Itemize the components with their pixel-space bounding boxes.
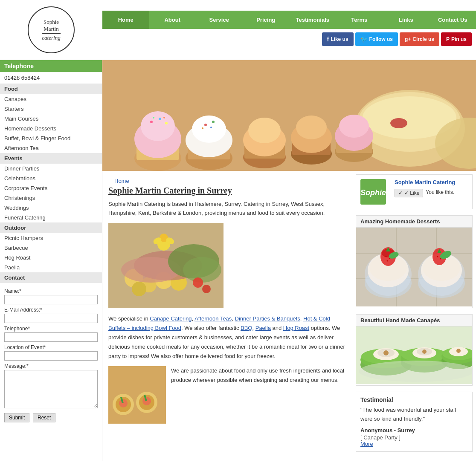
- canape-link[interactable]: Canape Catering: [150, 315, 192, 322]
- svg-point-40: [132, 282, 146, 296]
- svg-point-14: [163, 117, 165, 118]
- hog-roast-link[interactable]: Hog Roast: [283, 325, 309, 331]
- logo[interactable]: Sophie Martin catering: [28, 6, 75, 53]
- svg-point-45: [193, 277, 203, 288]
- svg-rect-51: [108, 366, 166, 424]
- svg-point-34: [202, 127, 203, 129]
- nav-link-testimonials[interactable]: Testimonials: [289, 11, 336, 29]
- nav-item-contact[interactable]: Contact Us: [430, 11, 476, 29]
- food-section-title: Food: [0, 84, 102, 94]
- googleplus-icon: g+: [405, 36, 411, 42]
- sidebar-item-dinner-parties[interactable]: Dinner Parties: [0, 164, 102, 173]
- afternoon-tea-link[interactable]: Afternoon Teas: [194, 315, 232, 322]
- testimonial-author: Anonymous - Surrey: [360, 427, 468, 433]
- phone-number: 01428 658424: [0, 72, 102, 84]
- sidebar-item-afternoon-tea[interactable]: Afternoon Tea: [0, 143, 102, 153]
- form-buttons: Submit Reset: [4, 413, 98, 422]
- main-nav: Home About Service Pricing Testimonials …: [102, 11, 476, 29]
- nav-item-pricing[interactable]: Pricing: [243, 11, 290, 29]
- message-textarea[interactable]: [4, 370, 98, 408]
- food-image-2: [108, 366, 166, 424]
- sidebar-item-picnic-hampers[interactable]: Picnic Hampers: [0, 233, 102, 243]
- testimonial-widget: Testimonial "The food was wonderful and …: [356, 392, 473, 452]
- submit-button[interactable]: Submit: [4, 413, 29, 422]
- svg-point-106: [359, 361, 472, 382]
- sidebar-item-barbecue[interactable]: Barbecue: [0, 243, 102, 253]
- svg-point-94: [383, 350, 389, 355]
- name-input[interactable]: [4, 295, 98, 304]
- telephone-input[interactable]: [4, 332, 98, 342]
- nav-item-links[interactable]: Links: [383, 11, 430, 29]
- right-sidebar: Sophie Sophie Martin Catering ✓ ✓ Like Y…: [352, 171, 476, 461]
- nav-link-pricing[interactable]: Pricing: [243, 11, 290, 29]
- paella-link[interactable]: Paella: [255, 325, 271, 331]
- content-area: Home Sophie Martin Catering in Surrey So…: [102, 60, 476, 461]
- location-input[interactable]: [4, 351, 98, 361]
- outdoor-section-title: Outdoor: [0, 222, 102, 233]
- sidebar-item-main-courses[interactable]: Main Courses: [0, 114, 102, 124]
- more-link[interactable]: More: [360, 441, 373, 447]
- fb-page-name[interactable]: Sophie Martin Catering: [395, 179, 455, 185]
- sidebar-item-corporate-events[interactable]: Corporate Events: [0, 183, 102, 193]
- reset-button[interactable]: Reset: [33, 413, 55, 422]
- logo-line3: catering: [42, 33, 60, 41]
- svg-point-30: [339, 115, 369, 138]
- breadcrumb-link[interactable]: Home: [114, 178, 129, 184]
- googleplus-button[interactable]: g+ Circle us: [400, 32, 439, 46]
- sidebar-item-canapes[interactable]: Canapes: [0, 94, 102, 104]
- nav-item-service[interactable]: Service: [196, 11, 243, 29]
- sidebar-item-weddings[interactable]: Weddings: [0, 203, 102, 213]
- nav-link-about[interactable]: About: [149, 11, 196, 29]
- facebook-button[interactable]: f Like us: [322, 32, 354, 46]
- svg-point-22: [248, 118, 281, 143]
- svg-text:Sophie: Sophie: [360, 188, 386, 197]
- facebook-label: Like us: [331, 36, 348, 42]
- you-like-text: You like this.: [426, 189, 454, 195]
- svg-point-31: [204, 124, 207, 126]
- svg-point-57: [142, 397, 151, 405]
- contact-section-title: Contact: [0, 272, 102, 283]
- fb-widget-text: Sophie Martin Catering ✓ ✓ Like You like…: [395, 179, 455, 197]
- googleplus-label: Circle us: [412, 36, 434, 42]
- nav-item-testimonials[interactable]: Testimonials: [289, 11, 336, 29]
- like-button[interactable]: ✓ ✓ Like: [395, 189, 423, 197]
- svg-point-13: [153, 117, 154, 118]
- logo-area: Sophie Martin catering: [0, 2, 102, 58]
- svg-point-75: [386, 256, 387, 257]
- sidebar-item-starters[interactable]: Starters: [0, 104, 102, 114]
- sidebar-item-homemade-desserts[interactable]: Homemade Desserts: [0, 124, 102, 133]
- svg-point-12: [165, 122, 168, 124]
- sidebar: Telephone 01428 658424 Food Canapes Star…: [0, 60, 102, 461]
- sidebar-item-celebrations[interactable]: Celebrations: [0, 173, 102, 183]
- facebook-widget: Sophie Sophie Martin Catering ✓ ✓ Like Y…: [356, 174, 473, 209]
- sidebar-item-buffet[interactable]: Buffet, Bowl & Finger Food: [0, 133, 102, 143]
- sidebar-item-paella[interactable]: Paella: [0, 263, 102, 272]
- pinterest-button[interactable]: P Pin us: [441, 32, 472, 46]
- svg-point-32: [212, 121, 215, 123]
- email-input[interactable]: [4, 314, 98, 323]
- bbq-link[interactable]: BBQ: [241, 325, 252, 331]
- sidebar-item-christenings[interactable]: Christenings: [0, 193, 102, 203]
- testimonial-title: Testimonial: [360, 396, 468, 403]
- checkmark-icon: ✓: [398, 190, 403, 196]
- nav-item-terms[interactable]: Terms: [336, 11, 383, 29]
- sidebar-item-funeral-catering[interactable]: Funeral Catering: [0, 213, 102, 222]
- nav-link-contact[interactable]: Contact Us: [430, 11, 476, 29]
- nav-link-home[interactable]: Home: [102, 11, 149, 29]
- svg-point-10: [150, 121, 153, 123]
- like-label: ✓ Like: [404, 190, 419, 196]
- nav-link-terms[interactable]: Terms: [336, 11, 383, 29]
- nav-link-service[interactable]: Service: [196, 11, 243, 29]
- twitter-button[interactable]: 🐦 Follow us: [355, 32, 398, 46]
- canapes-widget: Beautiful Hand Made Canapés: [356, 314, 473, 386]
- dinner-parties-link[interactable]: Dinner Parties & Banquets: [235, 315, 300, 322]
- svg-point-4: [390, 118, 407, 128]
- intro-text: Sophie Martin Catering is based in Hasle…: [108, 200, 346, 218]
- svg-point-11: [159, 118, 161, 120]
- nav-item-home[interactable]: Home: [102, 11, 149, 29]
- nav-link-links[interactable]: Links: [383, 11, 430, 29]
- sidebar-item-hog-roast[interactable]: Hog Roast: [0, 253, 102, 263]
- svg-point-9: [141, 111, 175, 141]
- svg-point-54: [119, 399, 128, 407]
- nav-item-about[interactable]: About: [149, 11, 196, 29]
